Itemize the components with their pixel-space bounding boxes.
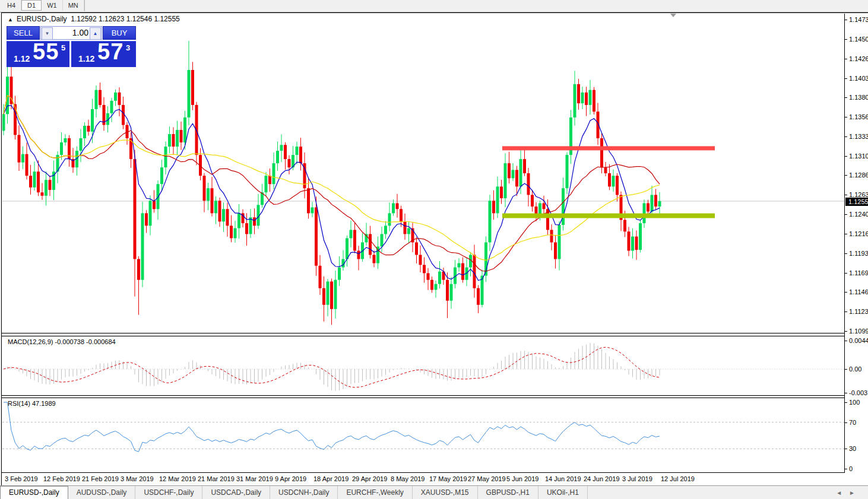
date-axis-label: 21 Mar 2019 (198, 475, 235, 482)
rsi-axis-label: 30 (849, 445, 856, 452)
sell-price-box[interactable]: 1.12 55 5 (7, 41, 69, 67)
price-axis[interactable]: 1.147351.145001.142651.140301.138001.135… (844, 14, 868, 473)
sell-price-prefix: 1.12 (14, 54, 30, 63)
chart-window: ▲EURUSD-,Daily 1.12592 1.12623 1.12546 1… (1, 12, 868, 486)
date-axis-label: 17 May 2019 (429, 475, 467, 482)
tab-scroll-arrows: ◄► (836, 490, 862, 496)
sell-button[interactable]: SELL (7, 26, 40, 40)
date-axis-label: 18 Apr 2019 (313, 475, 349, 482)
chart-tab-eurchf[interactable]: EURCHF-,Weekly (338, 486, 412, 499)
volume-value[interactable]: 1.00 (72, 28, 88, 37)
date-axis-label: 3 Jul 2019 (622, 475, 652, 482)
mt4-terminal: H4D1W1MN ▲EURUSD-,Daily 1.12592 1.12623 … (0, 0, 868, 499)
buy-button[interactable]: BUY (103, 26, 136, 40)
tab-scroll-left-icon[interactable]: ◄ (836, 490, 849, 496)
date-axis-label: 5 Jun 2019 (506, 475, 538, 482)
price-axis-label: 1.13100 (849, 152, 868, 160)
price-axis-label: 1.11465 (849, 288, 868, 295)
rsi-chart (2, 398, 844, 472)
date-axis-label: 9 Apr 2019 (275, 475, 306, 482)
macd-axis-label: 0.00 (849, 365, 861, 373)
resistance-line (502, 146, 715, 150)
date-axis-label: 12 Mar 2019 (159, 475, 196, 482)
chart-tab-eurusd[interactable]: EURUSD-,Daily (0, 486, 68, 499)
support-line (502, 214, 715, 218)
buy-price-prefix: 1.12 (78, 54, 94, 63)
ma-fast (4, 106, 660, 281)
price-axis-label: 1.14735 (849, 16, 868, 23)
chart-tab-usdcnh[interactable]: USDCNH-,Daily (270, 486, 338, 499)
chart-tab-usdcad[interactable]: USDCAD-,Daily (202, 486, 270, 499)
date-axis-label: 27 May 2019 (468, 475, 506, 482)
price-axis-label: 1.12865 (849, 171, 868, 179)
timeframe-toolbar: H4D1W1MN (0, 0, 868, 12)
chart-shift-marker-icon[interactable] (670, 14, 676, 17)
volume-stepper: ▼ 1.00 ▲ (40, 26, 102, 40)
sell-price-sup: 5 (61, 43, 65, 52)
price-axis-label: 1.10995 (849, 328, 868, 335)
chart-tab-ukoil[interactable]: UKOil-,H1 (538, 486, 588, 499)
date-axis-label: 8 May 2019 (391, 475, 425, 482)
price-axis-label: 1.14500 (849, 36, 868, 43)
date-axis-label: 12 Jul 2019 (661, 475, 695, 482)
candles (2, 41, 661, 325)
price-axis-label: 1.12400 (849, 211, 868, 218)
date-axis-label: 31 Mar 2019 (236, 475, 273, 482)
chart-tab-xauusd[interactable]: XAUUSD-,M15 (413, 486, 478, 499)
volume-increase-button[interactable]: ▲ (90, 27, 101, 40)
price-axis-label: 1.11930 (849, 250, 868, 257)
timeframe-button-mn[interactable]: MN (63, 0, 84, 11)
date-axis-label: 12 Feb 2019 (43, 475, 80, 482)
price-axis-label: 1.11695 (849, 269, 868, 276)
price-axis-label: 1.13330 (849, 133, 868, 140)
buy-price-box[interactable]: 1.12 57 3 (71, 41, 136, 67)
date-axis-label: 3 Feb 2019 (5, 475, 38, 482)
macd-axis-label: 0.004465 (849, 337, 868, 344)
rsi-axis-label: 100 (849, 399, 860, 406)
chart-tab-usdchf[interactable]: USDCHF-,Daily (135, 486, 202, 499)
buy-price-big: 57 (97, 39, 123, 65)
chart-tabs: EURUSD-,DailyAUDUSD-,DailyUSDCHF-,DailyU… (0, 486, 588, 496)
macd-label: MACD(12,26,9) -0.000738 -0.000684 (8, 338, 116, 345)
rsi-axis-label: 70 (849, 419, 856, 426)
volume-decrease-button[interactable]: ▼ (42, 27, 53, 40)
chart-symbol-label: EURUSD-,Daily (17, 15, 67, 23)
timeframe-button-group: H4D1W1MN (0, 0, 85, 11)
macd-chart (2, 336, 844, 395)
date-axis-label: 24 Jun 2019 (584, 475, 620, 482)
timeframe-button-w1[interactable]: W1 (42, 0, 63, 11)
price-axis-label: 1.14265 (849, 55, 868, 62)
price-axis-label: 1.13800 (849, 94, 868, 101)
current-price-tag: 1.12555 (845, 198, 868, 206)
price-axis-label: 1.11230 (849, 308, 868, 315)
buy-price-sup: 3 (126, 43, 130, 52)
date-axis-label: 29 Apr 2019 (352, 475, 387, 482)
sell-price-big: 55 (33, 39, 59, 65)
rsi-axis-label: 0 (849, 465, 853, 472)
chart-header: ▲EURUSD-,Daily 1.12592 1.12623 1.12546 1… (8, 15, 180, 23)
chart-tab-gbpusd[interactable]: GBPUSD-,H1 (478, 486, 538, 499)
price-axis-label: 1.14030 (849, 75, 868, 82)
ma-slow (4, 96, 660, 260)
tab-scroll-right-icon[interactable]: ► (849, 490, 862, 496)
rsi-label: RSI(14) 47.1989 (8, 400, 56, 407)
date-axis-label: 14 Jun 2019 (545, 475, 581, 482)
price-axis-label: 1.13565 (849, 113, 868, 120)
timeframe-button-d1[interactable]: D1 (21, 0, 42, 11)
macd-axis-label: -0.003715 (849, 389, 868, 396)
date-axis[interactable]: 3 Feb 201912 Feb 201921 Feb 20193 Mar 20… (2, 473, 844, 485)
macd-indicator-pane[interactable] (2, 336, 844, 395)
rsi-indicator-pane[interactable] (2, 398, 844, 472)
date-axis-label: 21 Feb 2019 (82, 475, 119, 482)
one-click-trade-panel: SELL ▼ 1.00 ▲ BUY 1.12 55 5 1.12 57 3 (7, 26, 136, 66)
date-axis-label: 3 Mar 2019 (121, 475, 154, 482)
trade-panel-top-row: SELL ▼ 1.00 ▲ BUY (7, 26, 136, 40)
chart-ohlc-values: 1.12592 1.12623 1.12546 1.12555 (71, 15, 180, 23)
price-axis-label: 1.12165 (849, 230, 868, 237)
rsi-line (4, 402, 660, 452)
chart-tab-bar: EURUSD-,DailyAUDUSD-,DailyUSDCHF-,DailyU… (0, 485, 868, 499)
timeframe-button-h4[interactable]: H4 (2, 0, 21, 11)
collapse-icon[interactable]: ▲ (8, 17, 13, 23)
chart-tab-audusd[interactable]: AUDUSD-,Daily (68, 486, 136, 499)
